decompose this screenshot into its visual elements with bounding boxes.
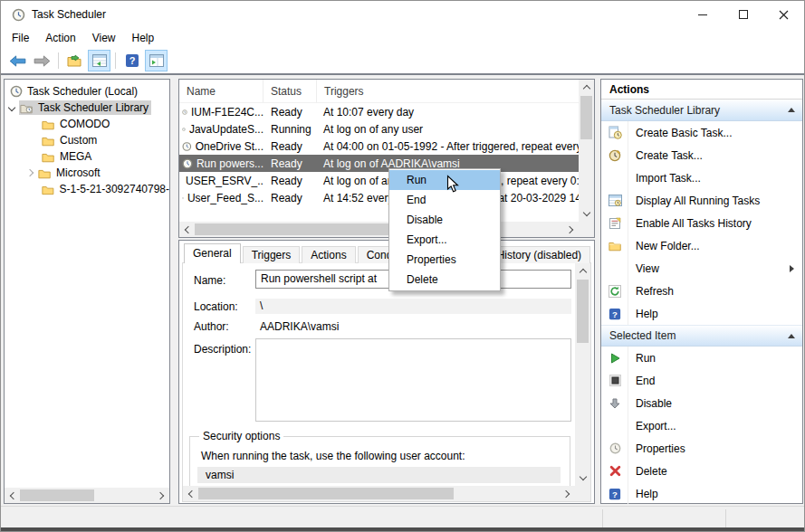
tab-actions[interactable]: Actions — [302, 246, 355, 263]
task-status: Running — [264, 123, 317, 136]
column-header-status[interactable]: Status — [264, 80, 317, 102]
scroll-right-icon[interactable] — [154, 488, 169, 503]
tab-general[interactable]: General — [184, 243, 241, 263]
table-row[interactable]: JavaUpdateS... Running At log on of any … — [179, 120, 579, 138]
table-row-selected[interactable]: Run powers... Ready At log on of AADRIKA… — [179, 155, 579, 172]
action-disable[interactable]: Disable — [601, 392, 802, 414]
action-new-folder[interactable]: New Folder... — [601, 234, 802, 257]
chevron-expanded-icon[interactable] — [8, 104, 15, 111]
scrollbar-thumb[interactable] — [198, 488, 454, 499]
folder-icon — [42, 184, 55, 195]
create-basic-task-icon — [609, 126, 622, 139]
help-button[interactable]: ? — [120, 50, 143, 71]
scroll-left-icon[interactable] — [5, 488, 20, 503]
tree-node-custom[interactable]: Custom — [5, 132, 169, 148]
column-header-triggers[interactable]: Triggers — [317, 80, 579, 102]
forward-icon — [34, 55, 51, 67]
action-view[interactable]: View — [601, 257, 802, 280]
action-delete[interactable]: Delete — [601, 460, 802, 482]
scrollbar-corner — [579, 222, 594, 237]
maximize-button[interactable] — [723, 1, 763, 28]
window-bottom-edge — [1, 527, 805, 531]
action-help-selected[interactable]: ? Help — [601, 482, 802, 505]
task-detail-panel: General Triggers Actions Conditions Sett… — [178, 240, 595, 504]
action-refresh[interactable]: Refresh — [601, 280, 802, 302]
table-row[interactable]: IUM-F1E24C... Ready At 10:07 every day — [179, 103, 579, 120]
minimize-button[interactable] — [682, 1, 723, 28]
detail-vertical-scrollbar[interactable] — [575, 263, 590, 486]
action-enable-all-tasks-history[interactable]: Enable All Tasks History — [601, 212, 802, 234]
show-console-tree-button[interactable] — [88, 50, 110, 71]
chevron-collapsed-icon[interactable] — [26, 169, 34, 176]
scroll-up-icon[interactable] — [575, 263, 590, 279]
menu-bar: File Action View Help — [1, 28, 804, 48]
action-properties[interactable]: Properties — [601, 437, 802, 460]
context-menu-export[interactable]: Export... — [389, 230, 500, 250]
scrollbar-thumb[interactable] — [580, 96, 592, 139]
action-import-task[interactable]: Import Task... — [601, 166, 802, 189]
scroll-up-icon[interactable] — [579, 80, 594, 95]
context-menu-properties[interactable]: Properties — [389, 250, 500, 270]
context-menu-end[interactable]: End — [389, 190, 500, 210]
table-row[interactable]: USER_ESRV_... Ready At log on of any use… — [179, 172, 579, 189]
menu-help[interactable]: Help — [124, 30, 163, 46]
action-help-library[interactable]: ? Help — [601, 302, 802, 325]
menu-action[interactable]: Action — [37, 30, 83, 46]
action-create-basic-task[interactable]: Create Basic Task... — [601, 121, 802, 144]
tree-node-microsoft[interactable]: Microsoft — [5, 165, 169, 181]
folder-icon — [38, 167, 52, 179]
author-label: Author: — [194, 320, 229, 333]
tree-node-label: S-1-5-21-3092740798- — [60, 183, 169, 195]
tree-node-root[interactable]: Task Scheduler (Local) — [5, 83, 169, 100]
back-button[interactable] — [6, 50, 29, 71]
table-row[interactable]: OneDrive St... Ready At 04:00 on 01-05-1… — [179, 138, 579, 155]
tab-triggers[interactable]: Triggers — [243, 246, 301, 263]
security-options-title: Security options — [199, 430, 283, 442]
export-list-button[interactable] — [63, 50, 86, 71]
context-menu-run[interactable]: Run — [389, 170, 500, 190]
table-row[interactable]: User_Feed_S... Ready At 14:52 every day … — [179, 189, 579, 206]
scroll-left-icon[interactable] — [183, 486, 198, 501]
menu-view[interactable]: View — [84, 30, 124, 46]
tree-node-mega[interactable]: MEGA — [5, 148, 169, 165]
scroll-down-icon[interactable] — [575, 470, 590, 486]
status-bar-divider — [602, 509, 603, 527]
action-run[interactable]: Run — [601, 347, 802, 369]
list-horizontal-scrollbar[interactable] — [179, 222, 579, 237]
selected-item-actions-group: Run End Disable Export... Properties Del… — [601, 347, 802, 505]
properties-icon — [609, 442, 621, 454]
list-vertical-scrollbar[interactable] — [579, 80, 594, 222]
description-field[interactable] — [255, 338, 571, 422]
tree-node-comodo[interactable]: COMODO — [5, 116, 169, 132]
context-menu-delete[interactable]: Delete — [389, 270, 500, 290]
context-menu-disable[interactable]: Disable — [389, 210, 500, 230]
scroll-right-icon[interactable] — [560, 486, 575, 501]
scroll-right-icon[interactable] — [563, 222, 579, 237]
scrollbar-thumb[interactable] — [20, 489, 94, 501]
tree-node-library[interactable]: Task Scheduler Library — [5, 100, 169, 116]
collapse-icon[interactable] — [788, 334, 795, 338]
user-account-value[interactable]: vamsi — [197, 467, 561, 483]
scrollbar-thumb[interactable] — [577, 280, 589, 343]
actions-pane: Actions Task Scheduler Library Create Ba… — [600, 79, 803, 504]
action-display-all-running-tasks[interactable]: Display All Running Tasks — [601, 189, 802, 212]
detail-horizontal-scrollbar[interactable] — [183, 486, 575, 501]
action-end[interactable]: End — [601, 369, 802, 392]
action-create-task[interactable]: Create Task... — [601, 144, 802, 166]
scroll-left-icon[interactable] — [179, 222, 195, 237]
title-bar: Task Scheduler — [1, 1, 804, 28]
close-button[interactable] — [763, 1, 804, 28]
column-header-name[interactable]: Name — [179, 80, 264, 102]
collapse-icon[interactable] — [788, 108, 795, 112]
tree-horizontal-scrollbar[interactable] — [5, 488, 169, 503]
status-bar — [1, 506, 805, 529]
section-header-library[interactable]: Task Scheduler Library — [601, 100, 802, 121]
menu-file[interactable]: File — [4, 30, 37, 46]
forward-button[interactable] — [31, 50, 53, 71]
scroll-down-icon[interactable] — [579, 206, 594, 222]
show-action-pane-button[interactable] — [145, 50, 168, 71]
action-export[interactable]: Export... — [601, 414, 802, 437]
section-header-selected-item[interactable]: Selected Item — [601, 325, 802, 347]
tab-history[interactable]: History (disabled) — [488, 246, 590, 263]
tree-node-sid[interactable]: S-1-5-21-3092740798- — [5, 181, 169, 197]
